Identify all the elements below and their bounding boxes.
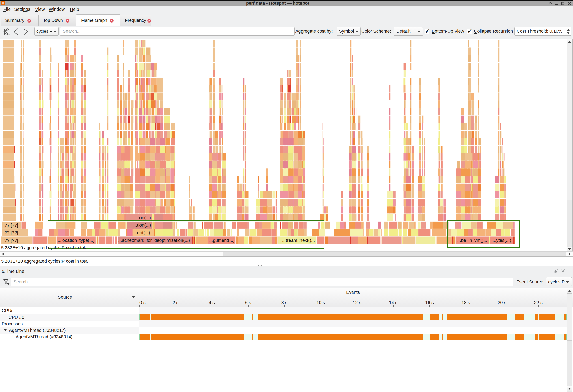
svg-text:?? [??]: ?? [??] xyxy=(4,238,18,243)
svg-text:?? [??]: ?? [??] xyxy=(4,230,18,235)
svg-text:?? [??]: ?? [??] xyxy=(4,223,18,228)
svg-text:..._on(...): ..._on(...) xyxy=(133,215,151,220)
